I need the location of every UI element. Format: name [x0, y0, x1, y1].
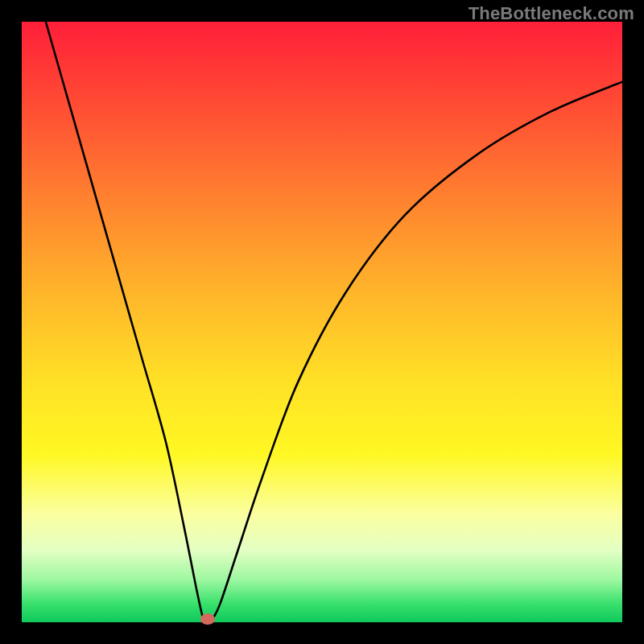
- bottleneck-curve: [46, 22, 622, 622]
- plot-area: [22, 22, 622, 622]
- chart-frame: TheBottleneck.com: [0, 0, 644, 644]
- curve-svg: [22, 22, 622, 622]
- optimal-point-marker: [200, 613, 215, 625]
